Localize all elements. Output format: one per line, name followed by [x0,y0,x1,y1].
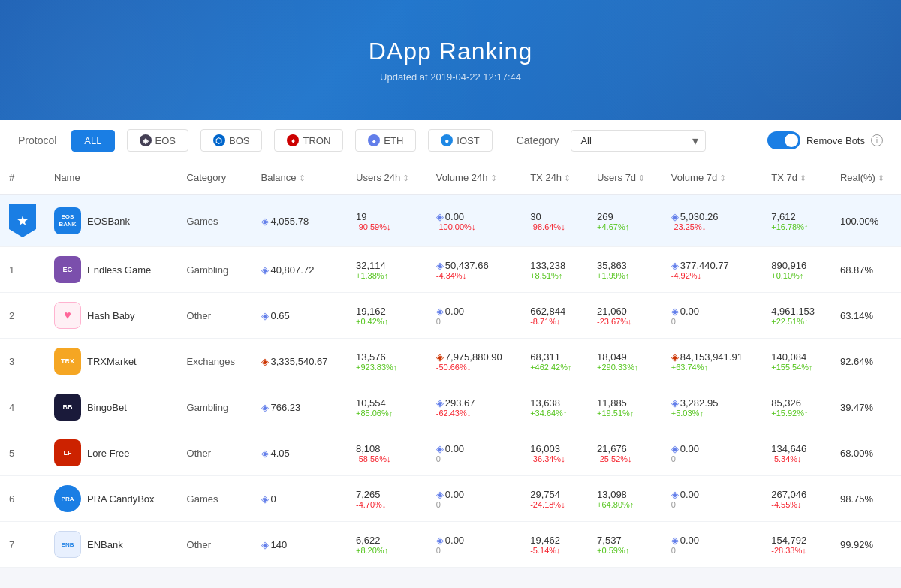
users7d-cell: 13,098+64.80%↑ [588,476,662,522]
balance-cell: ◈4.05 [252,430,347,476]
users7d-cell: 11,885+19.51%↑ [588,384,662,430]
page-header: DApp Ranking Updated at 2019-04-22 12:17… [0,0,901,120]
users7d-cell: 18,049+290.33%↑ [588,339,662,384]
app-name: PRA CandyBox [87,493,155,505]
tab-eos[interactable]: ◈ EOS [127,129,188,152]
tab-eth-label: ETH [384,135,403,146]
table-row: 5LFLore FreeOther◈4.058,108-58.56%↓◈0.00… [0,430,901,476]
tx7d-cell: 134,646-5.34%↓ [762,430,831,476]
tab-tron[interactable]: ♦ TRON [274,129,343,152]
category-cell: Games [178,476,252,522]
volume7d-cell: ◈0.000 [662,522,762,568]
tab-iost-label: IOST [457,135,479,146]
remove-bots-toggle[interactable] [767,131,800,149]
app-name: BingoBet [87,402,127,413]
users24h-cell: 32,114+1.38%↑ [347,247,427,293]
tx24h-cell: 30-98.64%↓ [521,194,588,247]
col-users7d[interactable]: Users 7d [588,161,662,194]
table-body: ★EOSBANKEOSBankGames◈4,055.7819-90.59%↓◈… [0,194,901,568]
col-name: Name [45,161,178,194]
category-cell: Exchanges [178,339,252,384]
real-pct-cell: 92.64% [831,339,901,384]
real-pct-cell: 100.00% [831,194,901,247]
tab-tron-label: TRON [303,135,330,146]
tx24h-cell: 68,311+462.42%↑ [521,339,588,384]
name-cell[interactable]: PRAPRA CandyBox [45,476,178,522]
col-users24h[interactable]: Users 24h [347,161,427,194]
balance-cell: ◈766.23 [252,384,347,430]
app-name: Hash Baby [87,310,135,321]
name-cell[interactable]: EGEndless Game [45,247,178,293]
users24h-cell: 10,554+85.06%↑ [347,384,427,430]
tab-eos-label: EOS [155,135,176,146]
tx24h-cell: 133,238+8.51%↑ [521,247,588,293]
category-select-wrapper: All Games Gambling Exchanges Other [571,130,706,152]
col-category: Category [178,161,252,194]
app-name: TRXMarket [87,356,137,367]
name-cell[interactable]: ♥Hash Baby [45,293,178,339]
tab-eth[interactable]: ⬥ ETH [355,129,416,152]
col-tx7d[interactable]: TX 7d [762,161,831,194]
tx24h-cell: 13,638+34.64%↑ [521,384,588,430]
users24h-cell: 19-90.59%↓ [347,194,427,247]
real-pct-cell: 68.87% [831,247,901,293]
volume7d-cell: ◈377,440.77-4.92%↓ [662,247,762,293]
remove-bots-info-icon[interactable]: i [871,134,883,146]
rank-cell: 5 [0,430,45,476]
volume7d-cell: ◈5,030.26-23.25%↓ [662,194,762,247]
col-tx24h[interactable]: TX 24h [521,161,588,194]
tx24h-cell: 662,844-8.71%↓ [521,293,588,339]
tab-all[interactable]: ALL [71,130,114,152]
name-cell[interactable]: ENBENBank [45,522,178,568]
eth-icon: ⬥ [368,134,380,146]
col-volume7d[interactable]: Volume 7d [662,161,762,194]
real-pct-cell: 99.92% [831,522,901,568]
tx7d-cell: 267,046-4.55%↓ [762,476,831,522]
bos-icon: ⬡ [213,134,225,146]
table-header: # Name Category Balance Users 24h Volume… [0,161,901,194]
tab-bos[interactable]: ⬡ BOS [200,129,262,152]
remove-bots-label: Remove Bots [806,135,865,146]
app-name: EOSBank [87,216,130,227]
name-cell[interactable]: EOSBANKEOSBank [45,194,178,247]
rank-cell: 4 [0,384,45,430]
balance-cell: ◈0 [252,476,347,522]
name-cell[interactable]: BBBingoBet [45,384,178,430]
category-cell: Other [178,522,252,568]
rank-cell: 7 [0,522,45,568]
users24h-cell: 8,108-58.56%↓ [347,430,427,476]
balance-cell: ◈0.65 [252,293,347,339]
volume7d-cell: ◈84,153,941.91+63.74%↑ [662,339,762,384]
tx24h-cell: 29,754-24.18%↓ [521,476,588,522]
rank-cell: 1 [0,247,45,293]
col-balance[interactable]: Balance [252,161,347,194]
real-pct-cell: 98.75% [831,476,901,522]
table-row: 4BBBingoBetGambling◈766.2310,554+85.06%↑… [0,384,901,430]
table-row: 3TRXTRXMarketExchanges◈3,335,540.6713,57… [0,339,901,384]
tx7d-cell: 140,084+155.54%↑ [762,339,831,384]
tx24h-cell: 16,003-36.34%↓ [521,430,588,476]
app-name: Lore Free [87,448,129,459]
table-row: 7ENBENBankOther◈1406,622+8.20%↑◈0.00019,… [0,522,901,568]
table-row: ★EOSBANKEOSBankGames◈4,055.7819-90.59%↓◈… [0,194,901,247]
name-cell[interactable]: LFLore Free [45,430,178,476]
volume24h-cell: ◈0.000 [427,476,521,522]
tx7d-cell: 154,792-28.33%↓ [762,522,831,568]
rankings-table-container: # Name Category Balance Users 24h Volume… [0,161,901,568]
rank-cell: ★ [0,194,45,247]
col-real-pct[interactable]: Real(%) [831,161,901,194]
col-rank: # [0,161,45,194]
controls-bar: Protocol ALL ◈ EOS ⬡ BOS ♦ TRON ⬥ ETH ● … [0,120,901,161]
volume24h-cell: ◈0.000 [427,522,521,568]
tab-iost[interactable]: ● IOST [428,129,492,152]
eos-icon: ◈ [140,134,152,146]
balance-cell: ◈3,335,540.67 [252,339,347,384]
col-volume24h[interactable]: Volume 24h [427,161,521,194]
volume24h-cell: ◈293.67-62.43%↓ [427,384,521,430]
table-row: 2♥Hash BabyOther◈0.6519,162+0.42%↑◈0.000… [0,293,901,339]
real-pct-cell: 68.00% [831,430,901,476]
category-select[interactable]: All Games Gambling Exchanges Other [571,130,706,152]
table-row: 6PRAPRA CandyBoxGames◈07,265-4.70%↓◈0.00… [0,476,901,522]
name-cell[interactable]: TRXTRXMarket [45,339,178,384]
real-pct-cell: 63.14% [831,293,901,339]
